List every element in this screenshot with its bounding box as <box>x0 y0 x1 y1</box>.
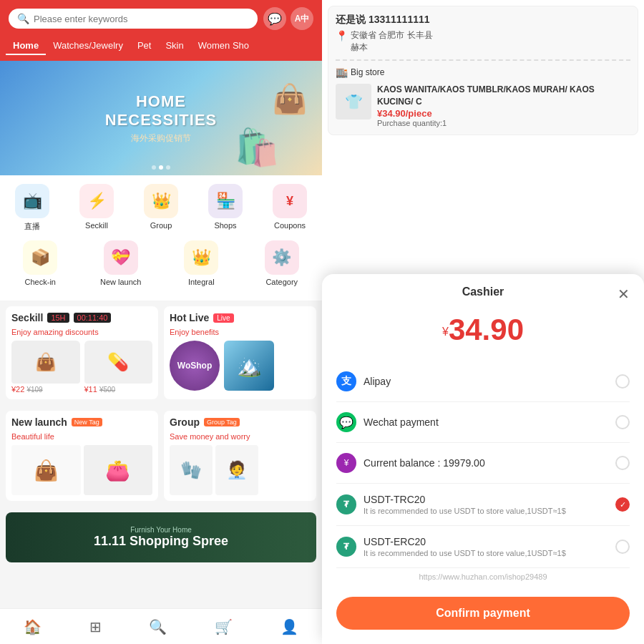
hot-live-badge: Live <box>213 313 233 323</box>
new-launch-card-header: New launch New Tag <box>11 416 152 428</box>
banner-dot-3 <box>166 165 170 170</box>
usdt-erc20-info: USDT-ERC20 It is recommended to use USDT… <box>364 536 615 557</box>
confirm-payment-button[interactable]: Confirm payment <box>336 597 630 630</box>
coupons-icon: ¥ <box>273 184 307 218</box>
seckill-product-1[interactable]: 👜 ¥22 ¥109 <box>11 341 80 394</box>
banner-person-icon: 🛍️ <box>235 127 279 168</box>
left-scroll-content: HOME NECESSITIES 海外采购促销节 👜 🛍️ 📺 直播 ⚡ <box>0 61 322 644</box>
group-label: Group <box>150 221 172 230</box>
gr-product-2[interactable]: 🧑‍💼 <box>215 445 258 495</box>
group-subtitle: Save money and worry <box>170 432 311 441</box>
icons-row-1: 📺 直播 ⚡ Seckill 👑 Group 🏪 Shops ¥ Co <box>0 184 322 232</box>
payment-wechat[interactable]: 💬 Wechat payment <box>336 402 630 443</box>
payment-balance[interactable]: ¥ Current balance : 19979.00 <box>336 443 630 484</box>
translate-btn[interactable]: A中 <box>291 7 313 30</box>
banner: HOME NECESSITIES 海外采购促销节 👜 🛍️ <box>0 61 322 175</box>
seckill-product-2-price: ¥11 ¥500 <box>84 385 153 394</box>
tab-pet[interactable]: Pet <box>130 37 159 55</box>
seckill-products: 👜 ¥22 ¥109 💊 ¥11 ¥500 <box>11 341 152 394</box>
usdt-trc20-icon: ₮ <box>336 494 356 514</box>
banner-content: HOME NECESSITIES 海外采购促销节 <box>105 92 217 145</box>
tab-home[interactable]: Home <box>6 37 46 55</box>
seckill-product-1-img: 👜 <box>11 341 80 384</box>
cart-nav-icon: 🛒 <box>215 618 233 635</box>
icon-integral[interactable]: 👑 Integral <box>172 240 230 286</box>
alipay-radio[interactable] <box>615 374 630 389</box>
nav-profile[interactable]: 👤 <box>280 618 298 635</box>
icon-coupons[interactable]: ¥ Coupons <box>261 184 318 232</box>
payment-usdt-erc20[interactable]: ₮ USDT-ERC20 It is recommended to use US… <box>336 526 630 568</box>
checkin-icon: 📦 <box>23 240 57 275</box>
balance-icon: ¥ <box>336 453 356 473</box>
banner-dot-1 <box>152 165 156 170</box>
woshop-item[interactable]: WoShop <box>170 341 220 391</box>
hot-live-title: Hot Live <box>170 312 209 323</box>
usdt-trc20-label: USDT-TRC20 <box>364 494 615 505</box>
checkin-label: Check-in <box>25 278 56 286</box>
product-img-small: 👕 <box>336 84 371 119</box>
icon-checkin[interactable]: 📦 Check-in <box>11 240 69 286</box>
nav-grid[interactable]: ⊞ <box>89 618 102 635</box>
payment-alipay[interactable]: 支 Alipay <box>336 361 630 402</box>
new-launch-icon: 💝 <box>104 240 138 275</box>
seckill-card: Seckill 15H 00:11:40 Enjoy amazing disco… <box>6 306 158 399</box>
live-img-item[interactable]: 🏔️ <box>224 341 274 391</box>
order-phone: 还是说 13311111111 <box>336 14 630 26</box>
search-wrapper[interactable]: 🔍 <box>9 9 258 29</box>
gr-product-1[interactable]: 🧤 <box>170 445 213 495</box>
group-card-title: Group <box>170 416 200 428</box>
hot-live-header: Hot Live Live <box>170 312 311 323</box>
icon-group[interactable]: 👑 Group <box>132 184 190 232</box>
icon-new-launch[interactable]: 💝 New launch <box>92 240 150 286</box>
location-icon: 📍 <box>336 30 348 42</box>
integral-icon: 👑 <box>184 240 218 275</box>
icon-shops[interactable]: 🏪 Shops <box>197 184 254 232</box>
icon-seckill[interactable]: ⚡ Seckill <box>68 184 125 232</box>
category-label: Category <box>265 278 298 286</box>
usdt-trc20-sublabel: It is recommended to use USDT to store v… <box>364 507 615 515</box>
cashier-modal: Cashier ✕ ¥34.90 支 Alipay 💬 Wechat payme… <box>322 274 644 644</box>
cashier-close-button[interactable]: ✕ <box>618 286 630 303</box>
chat-icon-btn[interactable]: 💬 <box>263 7 286 30</box>
balance-radio[interactable] <box>615 456 630 470</box>
tab-women[interactable]: Women Sho <box>191 37 256 55</box>
usdt-erc20-radio[interactable] <box>615 540 630 554</box>
icon-live[interactable]: 📺 直播 <box>4 184 61 232</box>
alipay-icon: 支 <box>336 371 356 391</box>
seckill-product-2[interactable]: 💊 ¥11 ¥500 <box>84 341 153 394</box>
address-line2: 赫本 <box>351 42 433 54</box>
live-icon: 📺 <box>15 184 49 218</box>
banner-title-line1: HOME <box>105 92 217 111</box>
new-launch-badge: New Tag <box>72 418 102 426</box>
product-info-row: 👕 KAOS WANITA/KAOS TUMBLR/KAOS MURAH/ KA… <box>336 84 630 127</box>
nl-product-2[interactable]: 👛 <box>84 445 153 495</box>
new-launch-subtitle: Beautiful life <box>11 432 152 441</box>
woshop-logo: WoShop <box>170 341 220 391</box>
wechat-radio[interactable] <box>615 415 630 429</box>
bottom-nav: 🏠 ⊞ 🔍 🛒 👤 <box>0 608 322 644</box>
order-card: 还是说 13311111111 📍 安徽省 合肥市 长丰县 赫本 🏬 Big s… <box>328 6 638 135</box>
search-actions: 💬 A中 <box>263 7 313 30</box>
search-input[interactable] <box>34 14 249 24</box>
hot-live-items: WoShop 🏔️ <box>170 341 311 391</box>
nl-product-1[interactable]: 👜 <box>11 445 81 495</box>
order-address: 📍 安徽省 合肥市 长丰县 赫本 <box>336 29 630 54</box>
nav-home[interactable]: 🏠 <box>24 618 42 635</box>
usdt-trc20-radio[interactable] <box>615 497 630 512</box>
icon-category[interactable]: ⚙️ Category <box>253 240 311 286</box>
bottom-banner-big: 11.11 Shopping Spree <box>94 534 228 549</box>
seckill-badge: 15H <box>47 313 69 323</box>
product-price: ¥34.90/piece <box>377 108 630 119</box>
right-panel: 还是说 13311111111 📍 安徽省 合肥市 长丰县 赫本 🏬 Big s… <box>322 0 644 644</box>
group-card: Group Group Tag Save money and worry 🧤 🧑… <box>164 411 316 501</box>
shops-icon: 🏪 <box>208 184 243 218</box>
tab-skin[interactable]: Skin <box>158 37 190 55</box>
nav-tabs: Home Watches/Jewelry Pet Skin Women Sho <box>0 37 322 61</box>
banner-bag-icon: 👜 <box>272 82 308 116</box>
payment-usdt-trc20[interactable]: ₮ USDT-TRC20 It is recommended to use US… <box>336 484 630 526</box>
nav-search[interactable]: 🔍 <box>149 618 167 635</box>
left-panel: 🔍 💬 A中 Home Watches/Jewelry Pet Skin Wom… <box>0 0 322 644</box>
tab-watches[interactable]: Watches/Jewelry <box>46 37 130 55</box>
seckill-subtitle: Enjoy amazing discounts <box>11 328 152 336</box>
nav-cart[interactable]: 🛒 <box>215 618 233 635</box>
